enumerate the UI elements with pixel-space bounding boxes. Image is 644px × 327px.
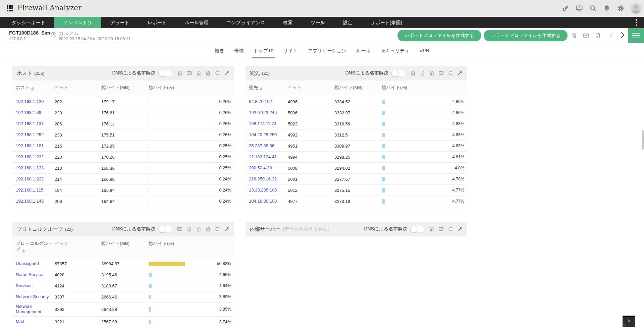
- dns-toggle[interactable]: [158, 70, 172, 77]
- column-header[interactable]: 総バイト(MB): [101, 85, 149, 91]
- nav-item-reports[interactable]: レポート: [139, 17, 176, 28]
- user-avatar[interactable]: [631, 3, 641, 14]
- time-period-label[interactable]: カスタム: [59, 30, 78, 37]
- chevron-left-icon[interactable]: [608, 32, 615, 40]
- column-header[interactable]: ヒット: [288, 85, 334, 91]
- refresh-icon[interactable]: [215, 70, 220, 76]
- row-link[interactable]: 192.168.1.115: [16, 186, 55, 194]
- row-link[interactable]: Services: [16, 282, 55, 290]
- chevron-right-icon[interactable]: [618, 31, 626, 41]
- bell-icon[interactable]: [603, 5, 610, 12]
- kebab-menu-icon[interactable]: [634, 19, 638, 26]
- rocket-icon[interactable]: [562, 5, 569, 12]
- alert-count-widget[interactable]: 5 アラート: [623, 316, 635, 327]
- envelope-icon[interactable]: [186, 70, 192, 76]
- dns-toggle[interactable]: [158, 226, 172, 233]
- dns-toggle[interactable]: [391, 70, 406, 77]
- file-excel-icon[interactable]: [420, 70, 425, 76]
- row-link[interactable]: 104.18.36.108: [249, 197, 288, 205]
- panel-menu-button[interactable]: [628, 28, 644, 43]
- nav-item-dashboard[interactable]: ダッシュボード: [3, 17, 54, 28]
- column-header[interactable]: 総バイト(MB): [334, 85, 382, 91]
- expand-icon[interactable]: [224, 226, 229, 232]
- tab-site[interactable]: サイト: [283, 43, 298, 58]
- gear-icon[interactable]: [617, 5, 624, 12]
- envelope-icon[interactable]: [177, 226, 182, 232]
- trash-icon[interactable]: [571, 33, 577, 40]
- nav-item-support[interactable]: サポート(米国): [362, 17, 411, 28]
- file-pdf-icon[interactable]: [177, 70, 182, 76]
- row-link[interactable]: 192.168.1.222: [16, 175, 55, 183]
- tab-overview[interactable]: 概要: [215, 43, 224, 58]
- tab-vpn[interactable]: VPN: [420, 43, 429, 58]
- nav-item-inventory[interactable]: インベントリ: [54, 17, 101, 28]
- column-header[interactable]: 総バイト(%): [382, 85, 467, 91]
- expand-icon[interactable]: [457, 226, 463, 232]
- row-link[interactable]: Network Security: [16, 293, 55, 301]
- nav-item-search[interactable]: 検索: [274, 17, 302, 28]
- file-excel-icon[interactable]: [196, 226, 201, 232]
- nav-item-alerts[interactable]: アラート: [101, 17, 139, 28]
- nav-item-rule-management[interactable]: ルール管理: [176, 17, 218, 28]
- envelope-icon[interactable]: [438, 226, 444, 232]
- tab-application[interactable]: アプリケーション: [308, 43, 346, 58]
- file-excel-icon[interactable]: [205, 70, 211, 76]
- refresh-icon[interactable]: [448, 70, 453, 76]
- row-link[interactable]: Name Service: [16, 271, 55, 279]
- row-link[interactable]: Mail: [16, 318, 55, 326]
- file-csv-icon[interactable]: [186, 226, 192, 232]
- refresh-icon[interactable]: [215, 226, 220, 232]
- column-header[interactable]: 総バイト(%): [149, 85, 234, 91]
- row-link[interactable]: 192.168.1.145: [16, 197, 55, 205]
- envelope-icon[interactable]: [438, 70, 444, 76]
- row-link[interactable]: 13.33.235.106: [249, 186, 288, 194]
- row-link[interactable]: 216.250.16.32: [249, 175, 288, 183]
- presentation-icon[interactable]: [576, 5, 583, 12]
- dns-toggle[interactable]: [410, 226, 424, 233]
- row-link[interactable]: 192.0.123.245: [249, 109, 288, 117]
- row-link[interactable]: 35.237.88.86: [249, 142, 288, 150]
- row-link[interactable]: 192.168.1.133: [16, 164, 55, 172]
- nav-item-tools[interactable]: ツール: [302, 17, 334, 28]
- row-link[interactable]: 192.168.1.252: [16, 131, 55, 139]
- column-header[interactable]: 総バイト(MB): [101, 240, 149, 253]
- file-pdf-icon[interactable]: [429, 226, 434, 232]
- column-header[interactable]: ホスト: [12, 85, 55, 91]
- file-csv-icon[interactable]: [196, 70, 201, 76]
- row-link[interactable]: 192.168.1.137: [16, 120, 55, 128]
- file-pdf-icon[interactable]: [205, 226, 211, 232]
- row-link[interactable]: 192.168.1.232: [16, 153, 55, 161]
- row-link[interactable]: Network Management: [16, 303, 55, 316]
- tab-top10[interactable]: トップ10: [254, 43, 273, 58]
- envelope-icon[interactable]: [583, 33, 589, 40]
- file-csv-icon[interactable]: [410, 70, 416, 76]
- row-link[interactable]: 192.168.1.120: [16, 98, 55, 106]
- row-link[interactable]: 108.174.11.74: [249, 120, 288, 128]
- row-link[interactable]: 192.168.1.39: [16, 109, 55, 117]
- search-icon[interactable]: [589, 5, 597, 12]
- column-header[interactable]: プロトコルグループ: [12, 240, 55, 253]
- row-link[interactable]: 104.20.25.250: [249, 131, 288, 139]
- row-link[interactable]: 12.183.124.41: [249, 153, 288, 161]
- device-name[interactable]: FGT100D186_Sim: [9, 30, 50, 36]
- tab-rule[interactable]: ルール: [356, 43, 371, 58]
- create-report-profile-button[interactable]: レポートプロファイルを作成する: [397, 30, 481, 41]
- column-header[interactable]: 総バイト(%): [149, 240, 234, 253]
- column-header[interactable]: ヒット: [55, 85, 101, 91]
- apps-grid-icon[interactable]: [7, 5, 13, 12]
- row-link[interactable]: 200.50.4.39: [249, 164, 288, 172]
- refresh-icon[interactable]: [448, 226, 453, 232]
- vertical-scrollbar[interactable]: [642, 130, 644, 150]
- nav-item-compliance[interactable]: コンプライアンス: [218, 17, 274, 28]
- row-link[interactable]: Unassigned: [16, 260, 55, 268]
- row-link[interactable]: 192.168.1.181: [16, 142, 55, 150]
- column-header[interactable]: 宛先: [246, 85, 288, 91]
- expand-icon[interactable]: [457, 70, 463, 76]
- tab-bandwidth[interactable]: 帯域: [234, 43, 244, 58]
- create-alert-profile-button[interactable]: アラートプロファイルを作成する: [484, 30, 568, 41]
- tab-security[interactable]: セキュリティ: [381, 43, 410, 58]
- file-pdf-icon[interactable]: [595, 33, 601, 40]
- row-link[interactable]: 64.8.70.102: [249, 98, 288, 106]
- clock-icon[interactable]: [50, 32, 57, 39]
- file-pdf-icon[interactable]: [429, 70, 434, 76]
